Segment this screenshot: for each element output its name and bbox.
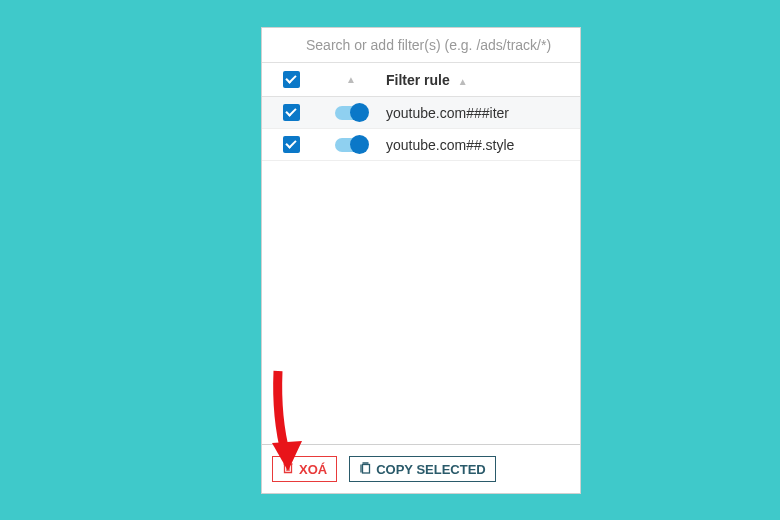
svg-rect-0: [363, 465, 370, 474]
empty-area: [262, 161, 580, 444]
copy-selected-button[interactable]: COPY SELECTED: [349, 456, 496, 482]
sort-icon: ▲: [346, 74, 356, 85]
table-body: youtube.com###iter youtube.com##.style: [262, 97, 580, 161]
table-row: youtube.com###iter: [262, 97, 580, 129]
table-header: ▲ Filter rule ▲: [262, 63, 580, 97]
search-row: [262, 28, 580, 63]
copy-icon: [359, 461, 371, 477]
filter-panel: ▲ Filter rule ▲ youtube.com###iter youtu…: [261, 27, 581, 494]
select-all-checkbox[interactable]: [283, 71, 300, 88]
row-toggle[interactable]: [335, 138, 367, 152]
sort-icon: ▲: [458, 76, 468, 87]
row-checkbox[interactable]: [283, 104, 300, 121]
table-row: youtube.com##.style: [262, 129, 580, 161]
toggle-column-header[interactable]: ▲: [320, 74, 382, 85]
search-input[interactable]: [306, 37, 564, 53]
filter-rule-cell: youtube.com##.style: [382, 137, 580, 153]
delete-button-label: XOÁ: [299, 462, 327, 477]
footer-toolbar: XOÁ COPY SELECTED: [262, 444, 580, 493]
filter-rule-header-label: Filter rule: [386, 72, 450, 88]
trash-icon: [282, 461, 294, 477]
select-all-column[interactable]: [262, 71, 320, 88]
copy-button-label: COPY SELECTED: [376, 462, 486, 477]
row-checkbox[interactable]: [283, 136, 300, 153]
row-toggle[interactable]: [335, 106, 367, 120]
delete-button[interactable]: XOÁ: [272, 456, 337, 482]
filter-rule-cell: youtube.com###iter: [382, 105, 580, 121]
filter-rule-header[interactable]: Filter rule ▲: [382, 72, 580, 88]
